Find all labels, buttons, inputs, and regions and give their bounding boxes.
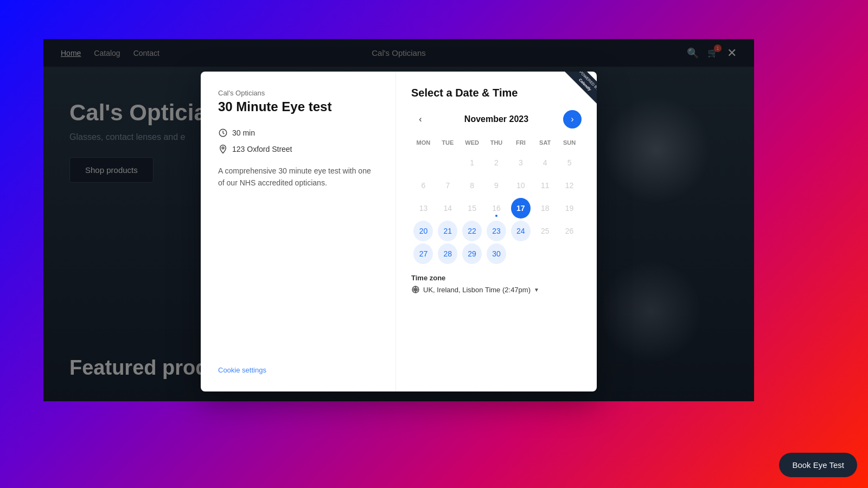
calendar-body: 1234567891011121314151617181920212223242… — [411, 152, 582, 264]
prev-month-button[interactable]: ‹ — [411, 110, 430, 129]
cal-day-5: 5 — [557, 152, 582, 173]
location-icon — [218, 144, 228, 154]
day-label-thu: THU — [484, 137, 509, 148]
day-label-fri: FRI — [508, 137, 533, 148]
cal-day-9: 9 — [484, 175, 509, 196]
cal-day-3: 3 — [508, 152, 533, 173]
duration-text: 30 min — [232, 129, 255, 137]
date-time-title: Select a Date & Time — [411, 87, 582, 99]
cal-day-10: 10 — [508, 175, 533, 196]
cal-day-19: 19 — [557, 198, 582, 219]
modal-title: 30 Minute Eye test — [218, 99, 378, 115]
timezone-value[interactable]: UK, Ireland, Lisbon Time (2:47pm) ▼ — [411, 285, 582, 294]
cal-day-7: 7 — [436, 175, 460, 196]
timezone-text: UK, Ireland, Lisbon Time (2:47pm) — [423, 286, 531, 294]
cal-trailing-empty — [533, 243, 557, 264]
duration-detail: 30 min — [218, 128, 378, 138]
day-label-sun: SUN — [557, 137, 582, 148]
calendar-month: November 2023 — [464, 114, 528, 124]
day-label-mon: MON — [411, 137, 436, 148]
day-label-wed: WED — [460, 137, 484, 148]
cal-day-28[interactable]: 28 — [438, 243, 457, 264]
svg-point-1 — [222, 147, 224, 149]
cal-day-6: 6 — [411, 175, 436, 196]
day-label-sat: SAT — [533, 137, 557, 148]
cookie-settings-link[interactable]: Cookie settings — [218, 366, 378, 374]
cal-day-24[interactable]: 24 — [511, 221, 531, 241]
cal-day-13: 13 — [411, 198, 436, 219]
calendar-header: MON TUE WED THU FRI SAT SUN — [411, 137, 582, 148]
timezone-section: Time zone UK, Ireland, Lisbon Time (2:47… — [411, 274, 582, 294]
cal-day-1: 1 — [460, 152, 484, 173]
cal-day-15: 15 — [460, 198, 484, 219]
cal-day-30[interactable]: 30 — [487, 243, 506, 264]
booking-modal: Cal's Opticians 30 Minute Eye test 30 mi… — [201, 72, 597, 391]
cal-day-25: 25 — [533, 221, 557, 241]
modal-description: A comprehensive 30 minute eye test with … — [218, 165, 378, 189]
cal-day-22[interactable]: 22 — [462, 221, 482, 241]
cal-day-18: 18 — [533, 198, 557, 219]
modal-brand: Cal's Opticians — [218, 89, 378, 97]
cal-trailing-empty — [557, 243, 582, 264]
cal-day-12: 12 — [557, 175, 582, 196]
cal-empty-cell — [411, 152, 436, 173]
cal-day-26: 26 — [557, 221, 582, 241]
timezone-label: Time zone — [411, 274, 582, 282]
cal-day-17: 17 — [511, 198, 531, 219]
modal-left-panel: Cal's Opticians 30 Minute Eye test 30 mi… — [201, 72, 396, 391]
cal-day-23[interactable]: 23 — [487, 221, 506, 241]
cal-day-20[interactable]: 20 — [413, 221, 433, 241]
globe-icon — [411, 285, 420, 294]
timezone-dropdown-icon: ▼ — [534, 287, 539, 293]
cal-day-21[interactable]: 21 — [438, 221, 457, 241]
modal-right-panel: POWERED BY Calendly Select a Date & Time… — [396, 72, 597, 391]
cal-day-4: 4 — [533, 152, 557, 173]
clock-icon — [218, 128, 228, 138]
calendly-badge: POWERED BY Calendly — [558, 72, 597, 111]
cal-day-14: 14 — [436, 198, 460, 219]
cal-day-29[interactable]: 29 — [462, 243, 482, 264]
calendar-grid: MON TUE WED THU FRI SAT SUN 123456789101… — [411, 137, 582, 264]
book-eye-test-button[interactable]: Book Eye Test — [779, 453, 857, 477]
next-month-button[interactable]: › — [563, 110, 582, 129]
cal-day-2: 2 — [484, 152, 509, 173]
calendar-nav: ‹ November 2023 › — [411, 110, 582, 129]
cal-trailing-empty — [508, 243, 533, 264]
address-text: 123 Oxford Street — [232, 145, 292, 153]
cal-day-27[interactable]: 27 — [413, 243, 433, 264]
cal-day-8: 8 — [460, 175, 484, 196]
address-detail: 123 Oxford Street — [218, 144, 378, 154]
cal-empty-cell — [436, 152, 460, 173]
cal-day-11: 11 — [533, 175, 557, 196]
day-label-tue: TUE — [436, 137, 460, 148]
cal-day-16: 16 — [484, 198, 509, 219]
